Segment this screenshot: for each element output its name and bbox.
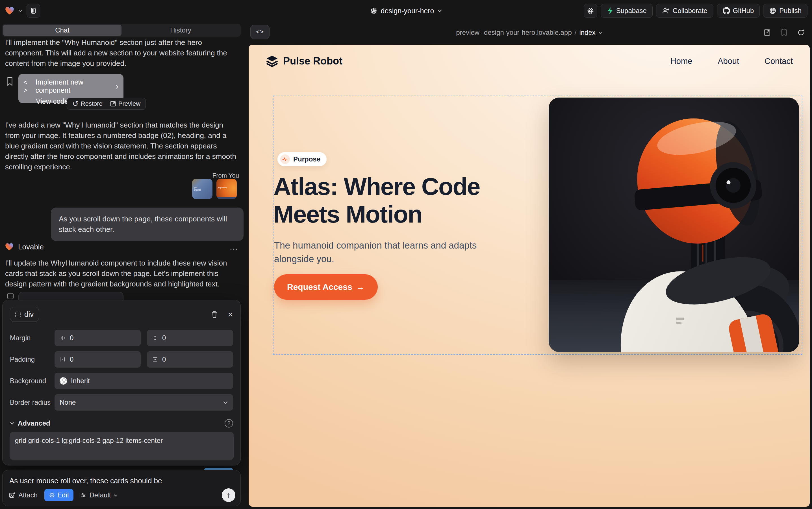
supabase-icon	[606, 7, 614, 14]
assistant-header: Lovable …	[5, 242, 238, 252]
attach-image-icon	[9, 492, 15, 499]
publish-globe-icon	[769, 7, 776, 14]
sliders-icon	[80, 492, 86, 498]
app-window: design-your-hero Supabase Collaborate Gi…	[0, 0, 812, 509]
workspace-chevron-icon[interactable]	[18, 9, 23, 12]
pulse-icon	[280, 155, 290, 164]
bookmark-icon[interactable]	[6, 77, 13, 86]
border-radius-label: Border radius	[10, 399, 54, 406]
collaborate-icon	[662, 7, 670, 14]
nav-link-contact[interactable]: Contact	[765, 57, 793, 66]
selected-element-chip[interactable]: div	[10, 307, 39, 322]
code-view-toggle[interactable]: <>	[250, 25, 269, 39]
preview-url[interactable]: preview--design-your-hero.lovable.app / …	[456, 29, 602, 36]
code-brackets-icon: < >	[24, 78, 31, 94]
project-switcher[interactable]: design-your-hero	[370, 0, 442, 22]
top-bar: design-your-hero Supabase Collaborate Gi…	[0, 0, 812, 22]
chevron-down-icon	[223, 401, 228, 404]
background-input[interactable]: Inherit	[54, 373, 233, 389]
project-globe-icon	[370, 7, 377, 14]
padding-horizontal-icon	[60, 356, 66, 363]
margin-label: Margin	[10, 334, 54, 342]
hero-robot-image	[549, 98, 799, 352]
site-nav: Home About Contact	[670, 57, 793, 66]
open-external-button[interactable]	[764, 29, 771, 36]
sidebar-toggle-button[interactable]	[27, 4, 40, 18]
from-you-label: From You	[213, 172, 239, 179]
border-radius-select[interactable]: None	[54, 394, 233, 411]
open-preview-icon	[110, 101, 116, 107]
chat-history-tabs: Chat History	[2, 24, 241, 37]
composer-input[interactable]: As user mouse roll over, these cards sho…	[9, 476, 234, 485]
version-actions: ↺ Restore Preview	[67, 98, 146, 110]
edit-target-icon	[49, 492, 55, 498]
lovable-avatar-icon	[5, 243, 13, 251]
element-box-icon	[15, 312, 21, 317]
padding-y-input[interactable]: 0	[147, 351, 233, 368]
attachment-image-blue[interactable]: gridof cards	[192, 179, 213, 199]
publish-button[interactable]: Publish	[763, 4, 808, 18]
hero-badge: Purpose	[278, 152, 327, 166]
layers-icon	[266, 55, 279, 68]
advanced-section-toggle[interactable]: Advanced ?	[10, 419, 233, 428]
supabase-button[interactable]: Supabase	[601, 4, 653, 18]
restore-button[interactable]: ↺ Restore	[72, 100, 103, 108]
transparency-swatch-icon	[60, 377, 67, 384]
url-chevron-icon	[598, 31, 602, 34]
send-arrow-icon: ↑	[227, 490, 230, 500]
assistant-message-2: I've added a new "Why Humanoid" section …	[5, 120, 238, 172]
site-brand-name: Pulse Robot	[283, 55, 342, 67]
padding-x-input[interactable]: 0	[54, 351, 141, 368]
message-menu-button[interactable]: …	[229, 242, 238, 252]
hero-badge-label: Purpose	[293, 155, 320, 163]
cta-arrow-icon: →	[356, 282, 365, 292]
tab-chat[interactable]: Chat	[3, 25, 121, 36]
help-icon[interactable]: ?	[225, 419, 233, 428]
nav-link-about[interactable]: About	[717, 57, 739, 66]
lovable-logo-icon[interactable]	[5, 6, 14, 15]
request-access-button[interactable]: Request Access →	[274, 274, 378, 300]
assistant-message-3: I'll update the WhyHumanoid component to…	[5, 258, 238, 289]
advanced-chevron-icon	[10, 422, 14, 425]
github-icon	[723, 7, 730, 14]
nav-link-home[interactable]: Home	[670, 57, 692, 66]
chat-composer[interactable]: As user mouse roll over, these cards sho…	[2, 470, 241, 506]
margin-vertical-icon	[152, 335, 158, 341]
settings-button[interactable]	[584, 4, 597, 18]
github-button[interactable]: GitHub	[717, 4, 760, 18]
project-name: design-your-hero	[381, 7, 434, 15]
tailwind-classes-input[interactable]: grid grid-cols-1 lg:grid-cols-2 gap-12 i…	[10, 432, 234, 460]
assistant-name: Lovable	[18, 243, 44, 251]
delete-element-button[interactable]	[211, 310, 218, 318]
preview-toolbar: <> preview--design-your-hero.lovable.app…	[249, 24, 810, 41]
edit-mode-button[interactable]: Edit	[44, 489, 73, 501]
attachment-image-orange[interactable]: expanded	[216, 179, 237, 199]
project-chevron-icon	[438, 9, 442, 12]
element-inspector-panel: div × Margin 0	[2, 300, 241, 466]
margin-y-input[interactable]: 0	[147, 330, 233, 346]
mode-chevron-icon	[114, 494, 117, 497]
collaborate-button[interactable]: Collaborate	[656, 4, 713, 18]
site-preview: Pulse Robot Home About Contact Purpose A…	[249, 45, 810, 507]
tab-history[interactable]: History	[121, 25, 240, 36]
mobile-preview-button[interactable]	[781, 29, 787, 36]
restore-icon: ↺	[72, 100, 79, 108]
site-logo[interactable]: Pulse Robot	[266, 55, 342, 68]
close-inspector-button[interactable]: ×	[228, 310, 233, 319]
attach-button[interactable]: Attach	[9, 491, 38, 499]
mode-select[interactable]: Default	[80, 491, 117, 499]
hero-heading: Atlas: Where CodeMeets Motion	[273, 172, 480, 228]
pending-card-icon	[7, 293, 13, 299]
margin-horizontal-icon	[60, 335, 66, 341]
send-button[interactable]: ↑	[222, 488, 235, 502]
background-label: Background	[10, 377, 54, 385]
chat-panel: Chat History I'll implement the "Why Hum…	[2, 24, 241, 507]
preview-button[interactable]: Preview	[110, 100, 140, 107]
padding-vertical-icon	[152, 356, 158, 363]
hero-subtitle: The humanoid companion that learns and a…	[274, 239, 489, 266]
margin-x-input[interactable]: 0	[54, 330, 141, 346]
refresh-button[interactable]	[797, 29, 805, 36]
gear-icon	[587, 7, 594, 14]
site-header: Pulse Robot Home About Contact	[249, 45, 810, 77]
assistant-message-1: I'll implement the "Why Humanoid" sectio…	[5, 37, 238, 69]
